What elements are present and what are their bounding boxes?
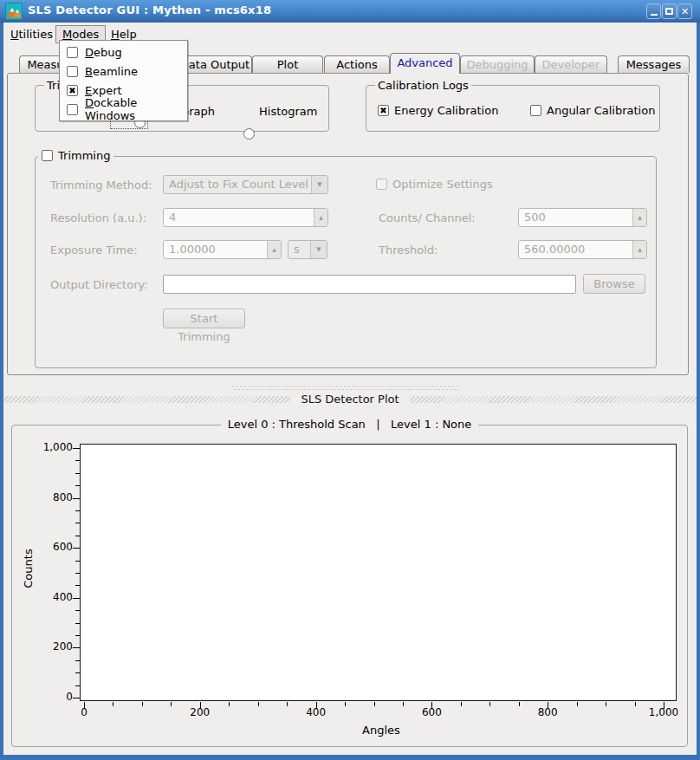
close-button[interactable]: ✕ <box>677 3 692 19</box>
counts-per-channel-spinbox[interactable]: 500 ▲▼ <box>518 208 647 227</box>
tab-developer: Developer <box>535 55 607 73</box>
y-axis-tick-label: 400 <box>19 591 73 603</box>
dock-hash-pattern <box>3 396 290 403</box>
y-axis-tick-label: 200 <box>19 640 73 653</box>
x-axis-tick-label: 600 <box>404 706 459 718</box>
y-axis-tick-label: 0 <box>19 691 73 703</box>
trimming-method-combobox[interactable]: Adjust to Fix Count Level ▼ <box>163 175 328 194</box>
x-axis-label: Angles <box>343 724 419 737</box>
exposure-time-spinbox[interactable]: 1.00000 ▲▼ <box>163 240 282 259</box>
y-axis-tick <box>73 698 80 698</box>
expert-checkbox[interactable]: ✖ <box>67 85 78 96</box>
spin-up-icon[interactable]: ▲ <box>268 241 281 258</box>
window-title: SLS Detector GUI : Mythen - mcs6x18 <box>28 3 271 16</box>
radio-histogram-label[interactable]: Histogram <box>259 105 317 118</box>
y-axis-tick <box>75 536 80 536</box>
y-axis-tick-label: 800 <box>19 491 73 503</box>
plot-dock-titlebar[interactable]: SLS Detector Plot <box>3 392 697 406</box>
menu-item-debug[interactable]: Debug <box>60 42 187 62</box>
close-icon: ✕ <box>681 7 689 16</box>
trimming-enable-checkbox[interactable] <box>42 150 53 161</box>
radio-histogram[interactable] <box>243 128 255 140</box>
energy-calibration-label[interactable]: Energy Calibration <box>394 104 498 117</box>
combo-arrow-icon: ▼ <box>311 176 327 193</box>
spin-buttons[interactable]: ▲▼ <box>267 241 281 258</box>
combo-arrow-icon: ▼ <box>310 241 327 258</box>
angular-calibration-label[interactable]: Angular Calibration <box>547 104 655 117</box>
x-axis-tick <box>229 702 230 706</box>
beamline-checkbox[interactable] <box>67 66 78 77</box>
tab-messages[interactable]: Messages <box>618 55 690 73</box>
threshold-spinbox[interactable]: 560.00000 ▲▼ <box>518 240 647 259</box>
y-axis-tick <box>75 635 80 636</box>
tab-actions[interactable]: Actions <box>324 55 390 73</box>
x-axis-tick <box>345 702 346 706</box>
optimize-settings-checkbox[interactable] <box>376 179 387 190</box>
tab-advanced[interactable]: Advanced <box>390 53 460 74</box>
spin-down-icon[interactable]: ▼ <box>268 258 281 259</box>
trimming-group-title: Trimming <box>58 149 110 162</box>
menu-item-dockable-windows[interactable]: Dockable Windows <box>60 100 187 119</box>
y-axis-tick <box>75 510 80 511</box>
maximize-button[interactable] <box>662 3 677 19</box>
x-axis-tick <box>606 702 606 706</box>
energy-calibration-checkbox[interactable]: ✖ <box>378 105 389 116</box>
y-axis-tick <box>75 585 80 586</box>
trimming-group-header: Trimming <box>38 149 113 162</box>
y-axis-tick <box>75 561 80 562</box>
plot-title: Level 0 : Threshold Scan | Level 1 : Non… <box>221 418 479 431</box>
output-directory-label: Output Directory: <box>50 278 148 291</box>
x-axis-tick <box>374 702 375 706</box>
spin-down-icon[interactable]: ▼ <box>314 226 327 227</box>
tab-debugging: Debugging <box>460 55 535 73</box>
counts-per-channel-label: Counts/ Channel: <box>379 211 476 224</box>
spin-up-icon[interactable]: ▲ <box>314 209 327 226</box>
x-axis-tick-label: 0 <box>56 706 112 718</box>
titlebar[interactable]: SLS Detector GUI : Mythen - mcs6x18 ✕ <box>0 0 700 23</box>
tab-data-output[interactable]: Data Output <box>178 55 252 73</box>
spin-down-icon[interactable]: ▼ <box>633 226 646 227</box>
plot-dock-title: SLS Detector Plot <box>290 393 409 406</box>
exposure-time-label: Exposure Time: <box>50 244 138 257</box>
spin-up-icon[interactable]: ▲ <box>633 209 646 226</box>
x-axis-tick <box>489 702 490 706</box>
spin-buttons[interactable]: ▲▼ <box>632 241 646 258</box>
spin-up-icon[interactable]: ▲ <box>633 241 646 258</box>
dockable-windows-checkbox[interactable] <box>67 104 78 115</box>
y-axis-tick <box>75 573 80 574</box>
optimize-settings-label[interactable]: Optimize Settings <box>392 178 493 191</box>
browse-button[interactable]: Browse <box>583 274 645 294</box>
resolution-spinbox[interactable]: 4 ▲▼ <box>163 208 328 227</box>
spin-buttons[interactable]: ▲▼ <box>632 209 646 226</box>
x-axis-tick <box>461 702 462 706</box>
tab-plot[interactable]: Plot <box>252 55 323 73</box>
y-axis-tick <box>75 610 80 611</box>
output-directory-input[interactable] <box>163 275 576 294</box>
spin-buttons[interactable]: ▲▼ <box>314 209 327 226</box>
plot-canvas <box>80 444 677 701</box>
y-axis-tick <box>75 485 80 486</box>
splitter-handle[interactable] <box>232 386 459 390</box>
modes-menu-popup: Debug Beamline ✖ Expert Dockable Windows <box>59 40 188 121</box>
app-icon <box>5 3 23 20</box>
y-axis-tick <box>75 672 80 673</box>
y-axis-tick <box>75 523 80 523</box>
check-icon: ✖ <box>68 86 75 95</box>
y-axis-tick <box>75 660 80 661</box>
x-axis-tick <box>577 702 578 706</box>
start-trimming-button[interactable]: Start Trimming <box>163 309 245 328</box>
y-axis-tick <box>73 548 80 549</box>
debug-checkbox[interactable] <box>67 47 78 58</box>
minimize-button[interactable] <box>646 3 661 19</box>
menu-item-beamline[interactable]: Beamline <box>60 62 187 81</box>
y-axis-tick <box>73 598 80 599</box>
x-axis-tick-label: 200 <box>172 706 228 718</box>
exposure-time-unit-combobox[interactable]: s ▼ <box>288 240 327 259</box>
y-axis-tick <box>75 685 80 686</box>
spin-down-icon[interactable]: ▼ <box>633 258 646 259</box>
menu-utilities[interactable]: Utilities <box>7 26 56 42</box>
y-axis-tick <box>75 623 80 624</box>
y-axis-label: Counts <box>7 546 49 591</box>
angular-calibration-checkbox[interactable] <box>530 105 541 116</box>
threshold-label: Threshold: <box>379 244 438 257</box>
